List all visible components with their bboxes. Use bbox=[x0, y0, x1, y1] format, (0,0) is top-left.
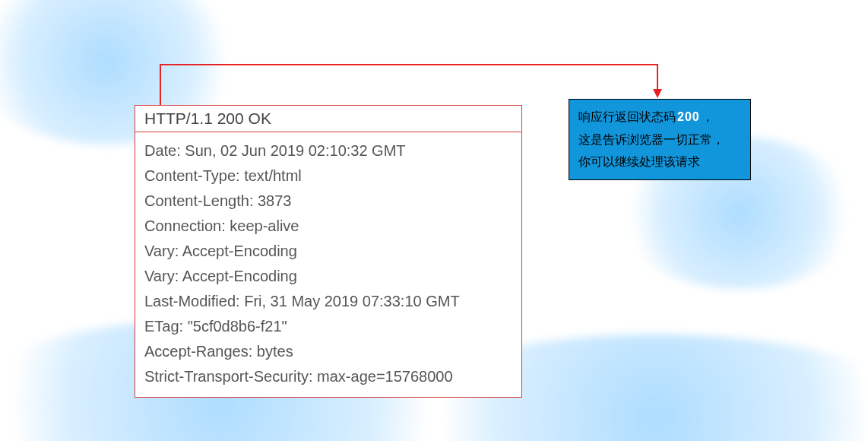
http-header-line: Accept-Ranges: bytes bbox=[144, 339, 512, 364]
arrow-connector-segment bbox=[160, 64, 658, 65]
http-header-line: Connection: keep-alive bbox=[144, 214, 512, 239]
http-header-line: Content-Type: text/html bbox=[144, 163, 512, 189]
http-header-line: Date: Sun, 02 Jun 2019 02:10:32 GMT bbox=[144, 138, 512, 163]
http-header-line: Vary: Accept-Encoding bbox=[144, 239, 512, 264]
http-header-line: Strict-Transport-Security: max-age=15768… bbox=[144, 364, 512, 389]
arrow-connector-segment bbox=[657, 64, 658, 92]
http-status-line: HTTP/1.1 200 OK bbox=[135, 106, 521, 132]
annotation-line: 响应行返回状态码200， bbox=[578, 106, 743, 128]
annotation-line: 这是告诉浏览器一切正常， bbox=[578, 128, 743, 151]
arrowhead-down-icon bbox=[653, 89, 662, 98]
http-response-box: HTTP/1.1 200 OK Date: Sun, 02 Jun 2019 0… bbox=[135, 105, 522, 398]
annotation-callout: 响应行返回状态码200， 这是告诉浏览器一切正常， 你可以继续处理该请求 bbox=[569, 99, 751, 180]
http-header-line: Content-Length: 3873 bbox=[144, 189, 512, 214]
annotation-text: 响应行返回状态码 bbox=[578, 110, 676, 123]
http-header-line: ETag: "5cf0d8b6-f21" bbox=[144, 314, 512, 339]
annotation-line: 你可以继续处理该请求 bbox=[578, 151, 743, 173]
http-headers-block: Date: Sun, 02 Jun 2019 02:10:32 GMT Cont… bbox=[135, 132, 521, 397]
annotation-status-code: 200 bbox=[676, 110, 702, 123]
http-header-line: Vary: Accept-Encoding bbox=[144, 264, 512, 289]
arrow-connector-segment bbox=[160, 64, 161, 106]
annotation-text: ， bbox=[702, 110, 714, 123]
http-header-line: Last-Modified: Fri, 31 May 2019 07:33:10… bbox=[144, 289, 512, 314]
